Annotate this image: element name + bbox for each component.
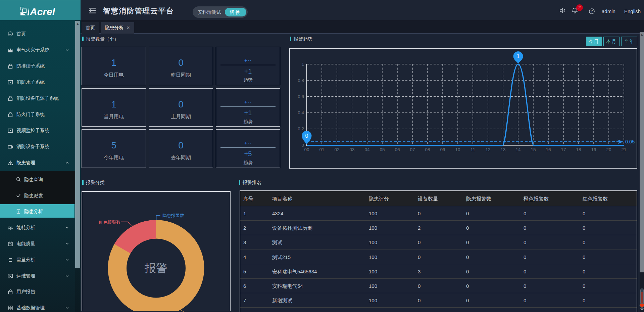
svg-text:0.05: 0.05 xyxy=(625,139,635,144)
svg-text:0: 0 xyxy=(301,143,304,148)
svg-text:00: 00 xyxy=(304,147,309,152)
svg-text:Acrel: Acrel xyxy=(30,7,55,15)
svg-text:18: 18 xyxy=(576,147,581,152)
svg-text:10: 10 xyxy=(455,147,460,152)
svg-text:17: 17 xyxy=(561,147,566,152)
svg-text:16: 16 xyxy=(546,147,551,152)
svg-text:15: 15 xyxy=(531,147,536,152)
svg-text:1: 1 xyxy=(301,62,304,67)
svg-text:09: 09 xyxy=(440,147,445,152)
svg-text:报警: 报警 xyxy=(144,262,167,274)
svg-text:05: 05 xyxy=(380,147,385,152)
svg-text:1: 1 xyxy=(517,53,520,59)
svg-text:21: 21 xyxy=(621,147,626,152)
svg-text:01: 01 xyxy=(319,147,324,152)
svg-text:08: 08 xyxy=(425,147,430,152)
svg-text:0.2: 0.2 xyxy=(298,126,304,131)
svg-text:02: 02 xyxy=(334,147,339,152)
svg-text:07: 07 xyxy=(410,147,415,152)
svg-text:03: 03 xyxy=(349,147,354,152)
svg-text:?: ? xyxy=(591,9,593,13)
svg-text:13: 13 xyxy=(500,147,505,152)
svg-text:隐患报警数: 隐患报警数 xyxy=(162,213,184,218)
svg-text:红色报警数: 红色报警数 xyxy=(99,220,121,225)
svg-text:19: 19 xyxy=(591,147,596,152)
svg-text:14: 14 xyxy=(515,147,521,152)
svg-text:20: 20 xyxy=(606,147,611,152)
svg-text:0.6: 0.6 xyxy=(298,94,304,99)
svg-text:0.4: 0.4 xyxy=(298,110,304,115)
svg-text:06: 06 xyxy=(395,147,400,152)
svg-text:0: 0 xyxy=(305,133,308,139)
svg-text:04: 04 xyxy=(364,147,370,152)
svg-text:11: 11 xyxy=(470,147,475,152)
svg-text:0.8: 0.8 xyxy=(298,78,304,83)
svg-text:12: 12 xyxy=(485,147,490,152)
